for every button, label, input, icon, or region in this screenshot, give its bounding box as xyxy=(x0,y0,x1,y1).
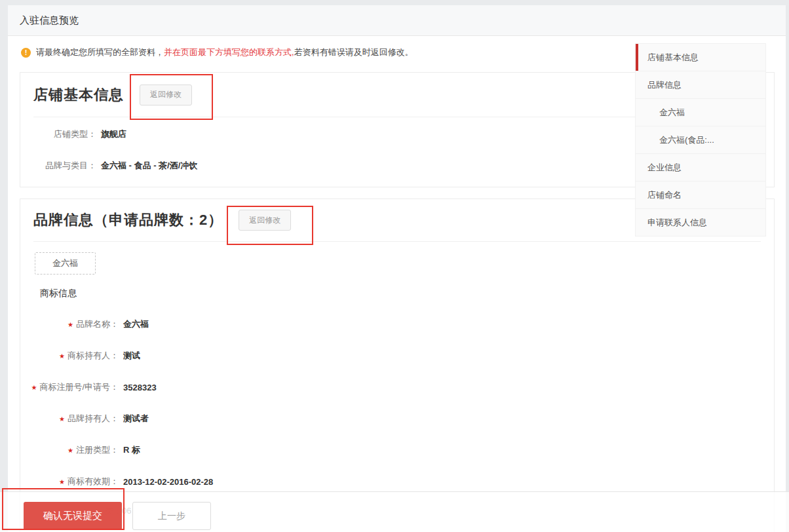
required-star-icon: ★ xyxy=(31,384,37,391)
sidebar-item-label: 企业信息 xyxy=(647,162,682,172)
field-value: 测试 xyxy=(123,350,140,362)
page-card: 入驻信息预览 ! 请最终确定您所填写的全部资料，并在页面最下方填写您的联系方式,… xyxy=(8,5,786,532)
sidebar-item-label: 金六福(食品:... xyxy=(659,135,714,145)
sidebar-item-label: 品牌信息 xyxy=(647,80,682,90)
sidebar-item[interactable]: 企业信息 xyxy=(636,153,765,181)
notice-text-normal: 请最终确定您所填写的全部资料， xyxy=(36,47,164,57)
field-label: 店铺类型： xyxy=(20,128,96,140)
confirm-submit-button[interactable]: 确认无误提交 xyxy=(24,502,122,530)
warning-icon: ! xyxy=(21,48,31,58)
notice-text: 请最终确定您所填写的全部资料，并在页面最下方填写您的联系方式,若资料有错误请及时… xyxy=(36,47,414,58)
field-label-text: 商标注册号/申请号： xyxy=(39,382,119,392)
sidebar-item-label: 店铺基本信息 xyxy=(647,52,699,62)
required-star-icon: ★ xyxy=(67,447,73,454)
field-value: 旗舰店 xyxy=(101,128,126,140)
sidebar-item[interactable]: 品牌信息 xyxy=(636,71,765,98)
required-star-icon: ★ xyxy=(67,321,73,328)
sidebar-item-label: 店铺命名 xyxy=(647,190,682,200)
field-value: 2013-12-02-2016-02-28 xyxy=(123,477,213,487)
field-row: ★品牌持有人： 测试者 xyxy=(20,403,774,434)
field-label-text: 品牌持有人： xyxy=(67,413,119,423)
brand-tab-jinliufu[interactable]: 金六福 xyxy=(35,252,96,275)
field-label: ★品牌持有人： xyxy=(20,413,119,425)
notice-text-highlight: 并在页面最下方填写您的联系方式, xyxy=(164,47,294,57)
field-label: ★商标注册号/申请号： xyxy=(20,381,119,393)
brand-info-title: 品牌信息（申请品牌数：2） xyxy=(33,210,223,230)
field-value: 3528323 xyxy=(123,383,157,392)
sidebar-item[interactable]: 金六福 xyxy=(636,98,765,126)
field-label-text: 商标持有人： xyxy=(67,351,119,360)
field-label: ★品牌名称： xyxy=(20,318,119,330)
field-row: ★注册类型： R 标 xyxy=(20,434,774,466)
sidebar-item[interactable]: 申请联系人信息 xyxy=(636,208,765,236)
field-row: ★品牌名称： 金六福 xyxy=(20,309,774,340)
sidebar-item[interactable]: 店铺命名 xyxy=(636,181,765,208)
sidebar-item-label: 申请联系人信息 xyxy=(647,218,707,227)
trademark-info-subtitle: 商标信息 xyxy=(40,288,774,299)
field-value: R 标 xyxy=(123,444,140,456)
sidebar-item[interactable]: 店铺基本信息 xyxy=(636,43,765,71)
footer-bar: 确认无误提交 上一步 xyxy=(0,491,789,532)
previous-step-button[interactable]: 上一步 xyxy=(132,502,211,530)
brand-edit-button[interactable]: 返回修改 xyxy=(239,210,291,231)
required-star-icon: ★ xyxy=(59,352,65,360)
notice-text-tail: 若资料有错误请及时返回修改。 xyxy=(294,47,414,57)
field-value: 金六福 xyxy=(123,318,149,330)
field-label-text: 注册类型： xyxy=(76,445,119,455)
field-label-text: 品牌与类目： xyxy=(45,161,96,170)
anchor-nav-sidebar: 店铺基本信息 品牌信息 金六福 金六福(食品:... 企业信息 店铺命名 申请联… xyxy=(635,43,766,237)
required-star-icon: ★ xyxy=(59,478,65,485)
field-label-text: 店铺类型： xyxy=(54,129,96,139)
field-value: 金六福 - 食品 - 茶/酒/冲饮 xyxy=(101,160,197,172)
brand-fields: ★品牌名称： 金六福 ★商标持有人： 测试 ★商标注册号/申请号： 352832… xyxy=(20,307,774,497)
page-title-text: 入驻信息预览 xyxy=(20,14,79,26)
field-label: ★商标持有人： xyxy=(20,350,119,362)
field-label-text: 品牌名称： xyxy=(76,319,119,329)
sidebar-item[interactable]: 金六福(食品:... xyxy=(636,126,765,153)
shop-edit-button[interactable]: 返回修改 xyxy=(140,85,192,105)
field-label: 品牌与类目： xyxy=(20,160,96,172)
field-label-text: 商标有效期： xyxy=(67,476,119,486)
field-label: ★注册类型： xyxy=(20,444,119,456)
required-star-icon: ★ xyxy=(59,415,65,423)
field-value: 测试者 xyxy=(123,413,149,425)
brand-info-panel: 品牌信息（申请品牌数：2） 返回修改 金六福 商标信息 ★品牌名称： 金六福 ★… xyxy=(20,199,775,532)
field-row: ★商标注册号/申请号： 3528323 xyxy=(20,371,774,403)
field-row: ★商标持有人： 测试 xyxy=(20,340,774,371)
field-label: ★商标有效期： xyxy=(20,476,119,487)
page-title: 入驻信息预览 xyxy=(8,5,786,36)
shop-info-title: 店铺基本信息 xyxy=(33,85,124,105)
sidebar-item-label: 金六福 xyxy=(659,107,685,117)
